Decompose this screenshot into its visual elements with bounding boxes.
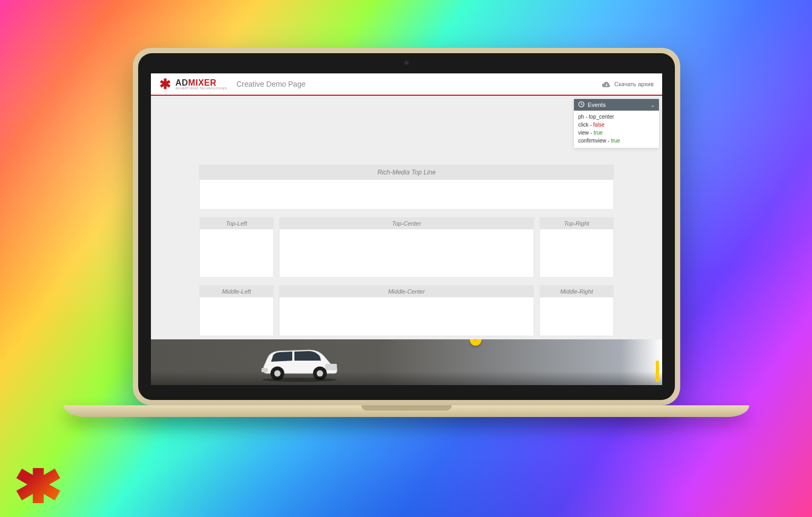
events-body: ph - top_center click - false view - tru… bbox=[574, 111, 659, 148]
svg-rect-1 bbox=[325, 364, 337, 370]
event-value: true bbox=[594, 130, 603, 136]
asterisk-icon: ✱ bbox=[14, 468, 63, 503]
asterisk-icon: ✱ bbox=[159, 77, 171, 91]
slot-top-left-header: Top-Left bbox=[200, 218, 273, 229]
slot-middle-center-body bbox=[280, 297, 534, 336]
slot-rich-top-header: Rich-Media Top Line bbox=[199, 165, 614, 180]
slot-middle-left-header: Middle-Left bbox=[200, 286, 273, 297]
slot-row-top: Top-Left Top-Center Top-Right bbox=[199, 217, 614, 278]
brand: ✱ ADMIXER ADVERTISING TECHNOLOGIES bbox=[159, 77, 227, 91]
svg-point-4 bbox=[274, 370, 281, 377]
event-sep: - bbox=[589, 130, 594, 136]
rich-media-ad[interactable]: ﹀ bbox=[151, 339, 662, 385]
ad-collapse-toggle[interactable]: ﹀ bbox=[470, 339, 481, 346]
slot-top-center-header: Top-Center bbox=[280, 218, 534, 229]
event-sep: - bbox=[588, 122, 593, 128]
brand-ad: AD bbox=[175, 78, 188, 87]
event-key: click bbox=[578, 122, 588, 128]
events-panel: Events ⌄ ph - top_center click - false v… bbox=[574, 99, 659, 148]
event-row: confirmview - true bbox=[578, 137, 655, 145]
clock-icon bbox=[578, 101, 585, 109]
car-icon bbox=[257, 339, 342, 384]
event-value: false bbox=[593, 122, 604, 128]
laptop-bezel: ✱ ADMIXER ADVERTISING TECHNOLOGIES Creat… bbox=[138, 53, 675, 400]
events-title: Events bbox=[588, 102, 606, 108]
topbar: ✱ ADMIXER ADVERTISING TECHNOLOGIES Creat… bbox=[151, 73, 662, 96]
slot-top-right-body bbox=[540, 229, 613, 277]
road-shadow bbox=[151, 371, 662, 385]
slots-wrap: Rich-Media Top Line Top-Left Top-Center bbox=[199, 165, 614, 336]
event-sep: - bbox=[584, 114, 589, 120]
chevron-down-icon: ﹀ bbox=[472, 339, 479, 345]
laptop-base bbox=[64, 405, 749, 417]
viewport: ✱ ADMIXER ADVERTISING TECHNOLOGIES Creat… bbox=[151, 73, 662, 385]
event-key: view bbox=[578, 130, 589, 136]
event-row: ph - top_center bbox=[578, 113, 655, 121]
brand-tagline: ADVERTISING TECHNOLOGIES bbox=[175, 87, 227, 90]
ad-accent-bar bbox=[656, 361, 659, 382]
events-panel-header[interactable]: Events ⌄ bbox=[574, 99, 659, 111]
download-archive-link[interactable]: Скачать архив bbox=[602, 81, 654, 87]
content: Events ⌄ ph - top_center click - false v… bbox=[151, 96, 662, 385]
chevron-down-icon: ⌄ bbox=[650, 102, 655, 108]
slot-middle-right-header: Middle-Right bbox=[540, 286, 613, 297]
slot-middle-left[interactable]: Middle-Left bbox=[199, 285, 274, 336]
laptop-screen-outer: ✱ ADMIXER ADVERTISING TECHNOLOGIES Creat… bbox=[133, 48, 680, 405]
slot-top-left-body bbox=[200, 229, 273, 277]
slot-top-center[interactable]: Top-Center bbox=[279, 217, 534, 278]
slot-middle-left-body bbox=[200, 297, 273, 336]
slot-top-right[interactable]: Top-Right bbox=[539, 217, 614, 278]
slot-middle-right-body bbox=[540, 297, 613, 336]
page: ✱ ADMIXER ADVERTISING TECHNOLOGIES Creat… bbox=[151, 73, 662, 385]
slot-middle-center[interactable]: Middle-Center bbox=[279, 285, 534, 336]
event-row: click - false bbox=[578, 121, 655, 129]
event-sep: - bbox=[606, 138, 611, 144]
slot-middle-right[interactable]: Middle-Right bbox=[539, 285, 614, 336]
cloud-download-icon bbox=[602, 81, 611, 87]
brand-mixer: MIXER bbox=[188, 78, 216, 87]
laptop-camera bbox=[404, 61, 409, 65]
svg-point-6 bbox=[317, 370, 323, 377]
event-value: top_center bbox=[589, 114, 614, 120]
slot-top-center-body bbox=[280, 229, 534, 277]
event-row: view - true bbox=[578, 129, 655, 137]
svg-rect-2 bbox=[261, 368, 268, 372]
event-key: ph bbox=[578, 114, 584, 120]
svg-point-7 bbox=[263, 378, 337, 382]
page-title: Creative Demo Page bbox=[236, 80, 306, 88]
event-key: confirmview bbox=[578, 138, 606, 144]
laptop-mockup: ✱ ADMIXER ADVERTISING TECHNOLOGIES Creat… bbox=[133, 48, 680, 417]
slot-top-left[interactable]: Top-Left bbox=[199, 217, 274, 278]
slot-rich-top-body[interactable] bbox=[199, 180, 614, 210]
event-value: true bbox=[611, 138, 620, 144]
laptop-notch bbox=[361, 405, 452, 411]
download-label: Скачать архив bbox=[614, 81, 654, 87]
slot-row-middle: Middle-Left Middle-Center Middle-Right bbox=[199, 285, 614, 336]
slot-top-right-header: Top-Right bbox=[540, 218, 613, 229]
slot-middle-center-header: Middle-Center bbox=[280, 286, 534, 297]
